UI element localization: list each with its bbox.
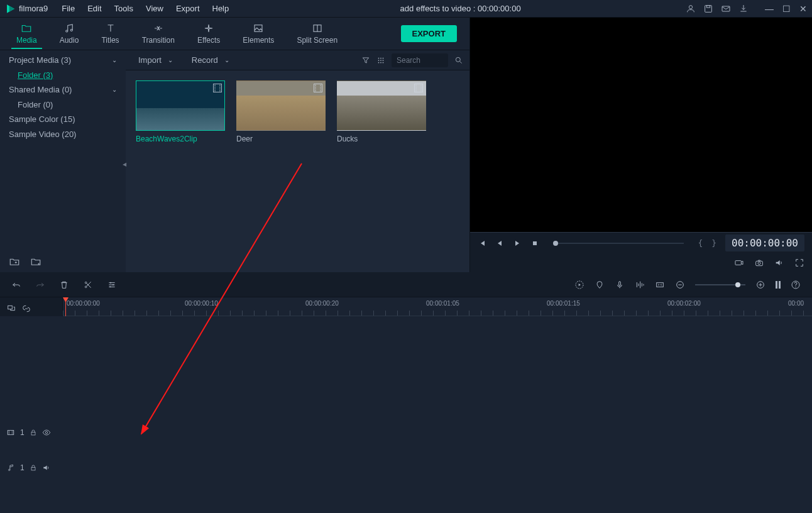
prev-frame-button[interactable] xyxy=(478,239,486,248)
svg-point-37 xyxy=(45,431,48,434)
link-icon[interactable] xyxy=(21,304,31,314)
track-area[interactable]: 00:00:00:00 00:00:00:10 00:00:00:20 00:0… xyxy=(63,297,812,316)
help-button[interactable] xyxy=(791,280,801,290)
play-back-button[interactable] xyxy=(495,239,504,248)
maximize-button[interactable]: ☐ xyxy=(782,4,791,14)
close-button[interactable]: ✕ xyxy=(799,4,807,14)
snapshot-icon[interactable] xyxy=(754,258,764,268)
tab-audio[interactable]: Audio xyxy=(48,19,91,48)
menu-export[interactable]: Export xyxy=(170,1,206,16)
menu-tools[interactable]: Tools xyxy=(108,1,140,16)
svg-point-24 xyxy=(110,282,111,283)
audio-mixer-button[interactable] xyxy=(635,280,645,290)
sidebar-item-sample-color[interactable]: Sample Color (15) xyxy=(0,112,126,127)
mark-in-button[interactable]: { xyxy=(698,238,703,248)
search-icon[interactable] xyxy=(454,56,463,65)
filter-icon[interactable] xyxy=(361,56,370,65)
music-note-icon xyxy=(6,463,15,472)
tab-transition[interactable]: Transition xyxy=(131,19,186,48)
volume-icon[interactable] xyxy=(774,258,784,268)
menu-view[interactable]: View xyxy=(140,1,170,16)
new-folder-icon[interactable] xyxy=(9,256,20,267)
download-icon[interactable] xyxy=(738,4,749,14)
minimize-button[interactable]: — xyxy=(765,4,774,14)
aspect-button[interactable] xyxy=(655,280,665,290)
menu-edit[interactable]: Edit xyxy=(81,1,107,16)
media-grid: BeachWaves2Clip Deer Ducks xyxy=(126,70,469,153)
zoom-in-button[interactable] xyxy=(755,280,765,290)
search-input[interactable] xyxy=(392,53,448,67)
sidebar-item-shared-media[interactable]: Shared Media (0)⌄ xyxy=(0,82,126,97)
sidebar-item-sample-video[interactable]: Sample Video (20) xyxy=(0,127,126,142)
adjust-button[interactable] xyxy=(107,280,117,290)
media-item-deer[interactable]: Deer xyxy=(236,80,326,143)
audio-track-header[interactable]: 1 xyxy=(0,458,62,477)
record-dropdown[interactable]: Record⌄ xyxy=(185,53,236,67)
lock-icon[interactable] xyxy=(30,429,37,436)
tab-elements[interactable]: Elements xyxy=(231,19,285,48)
tab-titles[interactable]: Titles xyxy=(90,19,130,48)
timeline-ruler[interactable]: 00:00:00:00 00:00:00:10 00:00:00:20 00:0… xyxy=(63,297,812,316)
zoom-fit-button[interactable] xyxy=(776,281,781,289)
play-button[interactable] xyxy=(513,239,522,248)
sparkle-icon xyxy=(203,23,214,34)
playhead[interactable] xyxy=(65,297,66,316)
svg-point-25 xyxy=(112,284,114,285)
mark-out-button[interactable]: } xyxy=(711,238,716,248)
split-button[interactable] xyxy=(83,280,93,290)
sidebar-item-project-media[interactable]: Project Media (3)⌄ xyxy=(0,53,126,68)
mail-icon[interactable] xyxy=(721,4,731,14)
menu-help[interactable]: Help xyxy=(206,1,236,16)
media-item-beachwaves[interactable]: BeachWaves2Clip xyxy=(136,80,225,143)
preview-scrubber[interactable] xyxy=(553,243,684,244)
sidebar-item-folder-3[interactable]: Folder (3) xyxy=(0,68,126,83)
svg-point-12 xyxy=(380,60,381,61)
collapse-sidebar-handle[interactable]: ◀ xyxy=(123,157,129,171)
timeline-toolbar xyxy=(0,272,812,297)
image-icon xyxy=(253,23,264,34)
speaker-icon[interactable] xyxy=(42,463,51,472)
media-sidebar: Project Media (3)⌄ Folder (3) Shared Med… xyxy=(0,50,126,272)
render-preview-button[interactable] xyxy=(574,280,584,290)
tab-effects[interactable]: Effects xyxy=(186,19,231,48)
delete-folder-icon[interactable] xyxy=(30,256,41,267)
marker-button[interactable] xyxy=(595,280,605,290)
stop-button[interactable] xyxy=(530,239,539,248)
voiceover-button[interactable] xyxy=(615,280,625,290)
tab-split-screen[interactable]: Split Screen xyxy=(285,19,349,48)
zoom-slider[interactable] xyxy=(695,284,745,285)
user-icon[interactable] xyxy=(686,4,696,14)
chevron-down-icon: ⌄ xyxy=(112,85,117,94)
save-icon[interactable] xyxy=(703,4,713,14)
undo-button[interactable] xyxy=(11,280,21,290)
eye-icon[interactable] xyxy=(42,428,51,437)
redo-button[interactable] xyxy=(35,280,45,290)
grid-view-icon[interactable] xyxy=(376,56,385,65)
lock-icon[interactable] xyxy=(30,464,37,472)
quality-icon[interactable] xyxy=(734,258,744,268)
transition-icon xyxy=(153,23,164,34)
music-icon xyxy=(63,23,75,34)
preview-display xyxy=(470,18,812,232)
import-dropdown[interactable]: Import⌄ xyxy=(132,53,179,67)
title-right: — ☐ ✕ xyxy=(686,4,807,14)
track-stack-icon[interactable] xyxy=(6,304,16,314)
export-button[interactable]: EXPORT xyxy=(401,25,457,42)
delete-button[interactable] xyxy=(59,280,69,290)
media-item-ducks[interactable]: Ducks xyxy=(337,80,426,143)
chevron-down-icon: ⌄ xyxy=(224,57,229,63)
main-tabs: Media Audio Titles Transition Effects El… xyxy=(0,18,469,50)
svg-rect-18 xyxy=(533,241,537,245)
preview-bottom-bar xyxy=(470,253,812,272)
menu-file[interactable]: File xyxy=(55,1,81,16)
fullscreen-icon[interactable] xyxy=(794,258,804,268)
zoom-out-button[interactable] xyxy=(675,280,685,290)
video-track-header[interactable]: 1 xyxy=(0,423,62,442)
sidebar-item-folder-0[interactable]: Folder (0) xyxy=(0,97,126,113)
svg-point-13 xyxy=(383,60,384,61)
svg-point-15 xyxy=(380,62,381,63)
chevron-down-icon: ⌄ xyxy=(112,55,117,65)
svg-rect-35 xyxy=(8,431,13,435)
tab-media[interactable]: Media xyxy=(5,19,48,48)
media-thumbnail xyxy=(136,80,225,131)
